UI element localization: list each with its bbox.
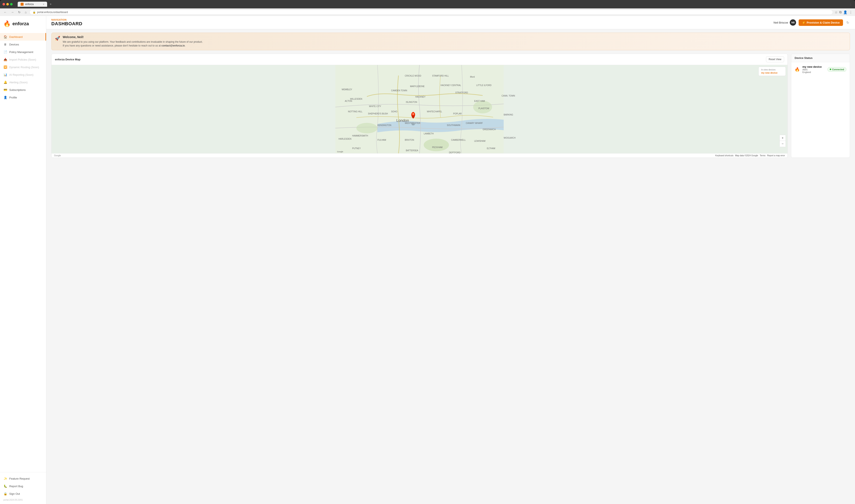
page-title: DASHBOARD xyxy=(51,21,83,26)
svg-text:GREENWICH: GREENWICH xyxy=(483,128,496,131)
extensions-icon[interactable]: ⧉ xyxy=(839,10,841,14)
svg-point-49 xyxy=(412,113,414,115)
svg-text:STRATFORD: STRATFORD xyxy=(455,91,468,94)
device-status-header: Device Status xyxy=(791,54,850,62)
svg-text:ELTHAM: ELTHAM xyxy=(487,147,495,149)
address-bar[interactable]: 🔒 portal.enforza.io/dashboard xyxy=(30,10,833,15)
sidebar-item-ai-reporting: 📊 AI Reporting (Soon) xyxy=(0,71,46,78)
new-tab-button[interactable]: + xyxy=(48,2,53,6)
report-map-link[interactable]: Report a map error xyxy=(767,155,785,157)
sidebar-label-subscriptions: Subscriptions xyxy=(9,88,26,91)
in-view-device-link[interactable]: my new device xyxy=(761,72,778,74)
browser-tab[interactable]: enforza × xyxy=(18,2,47,7)
browser-menu-icon[interactable]: ⋮ xyxy=(849,2,853,6)
dashboard-icon: 🏠 xyxy=(3,35,7,38)
sidebar-item-dashboard[interactable]: 🏠 Dashboard xyxy=(0,33,46,41)
device-name: my new device xyxy=(802,65,825,68)
svg-text:FULHAM: FULHAM xyxy=(377,139,386,141)
sidebar-item-subscriptions[interactable]: 💳 Subscriptions xyxy=(0,86,46,94)
url-icon: 🔒 xyxy=(33,11,36,14)
google-brand: Google xyxy=(54,155,61,157)
connected-label: Connected xyxy=(832,68,844,71)
svg-text:HARLESDEN: HARLESDEN xyxy=(339,138,351,140)
map-panel: enforza Device Map Reset View xyxy=(51,54,788,158)
report-bug-item[interactable]: 🐛 Report Bug xyxy=(0,482,46,490)
user-name: Neil Briscoe xyxy=(773,21,788,24)
logo-flame-icon: 🔥 xyxy=(3,20,11,27)
version-tag: portal-2024.09.23/01 xyxy=(0,498,46,502)
keyboard-shortcuts-link[interactable]: Keyboard shortcuts xyxy=(715,155,733,157)
svg-text:WHITECHAPEL: WHITECHAPEL xyxy=(427,110,442,113)
svg-text:WHITE CITY: WHITE CITY xyxy=(369,105,381,107)
bug-icon: 🐛 xyxy=(3,484,7,488)
svg-text:SHEPHERD'S BUSH: SHEPHERD'S BUSH xyxy=(368,112,388,115)
home-button[interactable]: ⌂ xyxy=(23,10,28,14)
welcome-icon: 🚀 xyxy=(55,36,60,41)
user-info: Neil Briscoe NB xyxy=(773,19,796,26)
reset-view-button[interactable]: Reset View xyxy=(766,56,784,62)
device-card: 🔥 my new device AWS England Connected xyxy=(791,62,850,76)
svg-point-3 xyxy=(356,123,377,133)
connected-badge: Connected xyxy=(827,67,847,72)
sidebar-item-alerting: 🔔 Alerting (Soon) xyxy=(0,78,46,86)
svg-text:Ilford: Ilford xyxy=(470,76,475,78)
refresh-button[interactable]: ↻ xyxy=(17,10,22,14)
svg-text:CANN. TOWN: CANN. TOWN xyxy=(502,95,515,97)
svg-text:CAMBERWELL: CAMBERWELL xyxy=(451,139,466,141)
url-text: portal.enforza.io/dashboard xyxy=(37,11,68,14)
provision-claim-button[interactable]: ⚡ Provision & Claim Device xyxy=(799,19,843,26)
svg-text:Google: Google xyxy=(337,150,343,153)
sidebar-label-import: Import Policies (Soon) xyxy=(9,58,36,61)
breadcrumb-category: NAVIGATION xyxy=(51,19,83,21)
sidebar-label-profile: Profile xyxy=(9,96,17,99)
traffic-light-minimize[interactable] xyxy=(6,3,9,5)
sidebar-item-devices[interactable]: 🖥 Devices xyxy=(0,41,46,48)
map-data-label: Map data ©2024 Google xyxy=(735,155,758,157)
svg-text:WEMBLEY: WEMBLEY xyxy=(342,88,352,91)
svg-text:PECKHAM: PECKHAM xyxy=(432,146,442,148)
map-footer-links: Keyboard shortcuts Map data ©2024 Google… xyxy=(715,155,785,157)
sidebar-item-import-policies: 📥 Import Policies (Soon) xyxy=(0,56,46,63)
map-svg: ACTON CAMDEN TOWN SHEPHERD'S BUSH WHITE … xyxy=(52,65,787,154)
svg-point-47 xyxy=(411,124,415,125)
terms-link[interactable]: Terms xyxy=(760,155,765,157)
panels-row: enforza Device Map Reset View xyxy=(51,54,850,158)
svg-text:BRIXTON: BRIXTON xyxy=(405,139,414,141)
zoom-in-button[interactable]: + xyxy=(780,135,786,141)
sidebar-item-policy-management[interactable]: 📄 Policy Management xyxy=(0,48,46,56)
provision-label: Provision & Claim Device xyxy=(807,21,840,24)
welcome-message: We are grateful to you using our platfor… xyxy=(63,40,203,48)
welcome-title: Welcome, Neil! xyxy=(63,35,203,39)
svg-text:London: London xyxy=(396,119,409,123)
traffic-light-close[interactable] xyxy=(2,3,5,5)
import-icon: 📥 xyxy=(3,58,7,61)
sidebar-item-dynamic-routing: 🔀 Dynamic Routing (Soon) xyxy=(0,63,46,71)
zoom-out-button[interactable]: − xyxy=(780,141,786,147)
profile-icon[interactable]: 👤 xyxy=(843,10,848,14)
svg-text:LAMBETH: LAMBETH xyxy=(424,132,433,135)
svg-text:PUTNEY: PUTNEY xyxy=(352,147,361,149)
dashboard-body: 🚀 Welcome, Neil! We are grateful to you … xyxy=(46,29,855,504)
feature-label: Feature Request xyxy=(9,477,30,480)
logo-area: 🔥 enforza xyxy=(0,16,46,31)
in-view-label: In-view devices xyxy=(761,69,783,71)
traffic-light-maximize[interactable] xyxy=(10,3,13,5)
refresh-dashboard-button[interactable]: ↻ xyxy=(845,20,850,25)
map-title: enforza Device Map xyxy=(55,58,81,61)
forward-button[interactable]: → xyxy=(10,10,15,14)
browser-options-icon[interactable]: ⋮ xyxy=(849,10,853,14)
map-container[interactable]: ACTON CAMDEN TOWN SHEPHERD'S BUSH WHITE … xyxy=(52,65,787,154)
svg-text:BARKING: BARKING xyxy=(504,113,513,116)
svg-text:CRICKLE WOOD: CRICKLE WOOD xyxy=(405,75,421,77)
bookmark-icon[interactable]: ☆ xyxy=(835,10,838,14)
sign-out-item[interactable]: 🔒 Sign Out xyxy=(0,490,46,498)
sidebar-label-policy: Policy Management xyxy=(9,51,33,54)
back-button[interactable]: ← xyxy=(2,10,8,14)
feature-request-item[interactable]: ✨ Feature Request xyxy=(0,475,46,482)
svg-text:ACTON: ACTON xyxy=(345,100,352,102)
svg-text:DEPTFORD: DEPTFORD xyxy=(449,151,461,154)
sidebar-item-profile[interactable]: 👤 Profile xyxy=(0,94,46,101)
tab-close-btn[interactable]: × xyxy=(43,3,44,5)
device-location: England xyxy=(802,71,825,73)
connected-dot xyxy=(830,69,831,70)
